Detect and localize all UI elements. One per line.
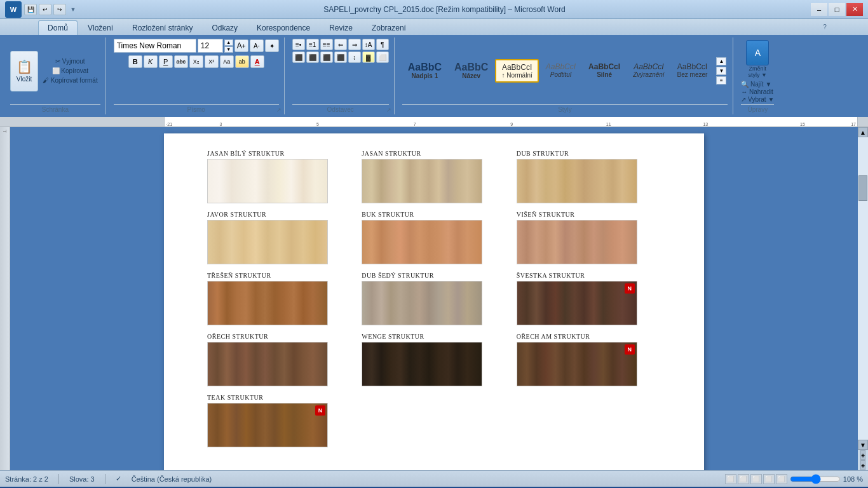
shading-btn[interactable]: ▓ [362, 51, 375, 63]
copy-button[interactable]: ⬜ Kopírovat [40, 66, 100, 76]
zmenit-styly-btn[interactable]: A Změnit styly ▼ [743, 39, 771, 79]
view-normal-btn[interactable]: ⬜ [725, 474, 736, 484]
view-draft-btn[interactable]: ⬜ [776, 474, 787, 484]
window-title: SAPELI_povrchy CPL_2015.doc [Režim kompa… [78, 5, 811, 14]
wood-label-buk: BUK STRUKTUR [362, 211, 506, 218]
wood-item-wenge: WENGE STRUKTUR [356, 329, 511, 390]
numbering-btn[interactable]: ≡1 [306, 39, 319, 50]
clipboard-small-buttons: ✂ Vyjmout ⬜ Kopírovat 🖌 Kopírovat formát [40, 57, 100, 85]
pilcrow-btn[interactable]: ¶ [376, 39, 389, 50]
scroll-page-up-btn[interactable]: ◈ [860, 450, 865, 460]
bullets-btn[interactable]: ≡• [292, 39, 305, 50]
font-size-down-btn[interactable]: ▼ [224, 46, 233, 53]
font-color-btn[interactable]: A [250, 55, 264, 68]
scrollbar-right: ▲ ▼ ◈ ◈ [858, 127, 868, 470]
line-spacing-btn[interactable]: ↕ [348, 51, 361, 63]
tab-zobrazeni[interactable]: Zobrazení [363, 20, 415, 35]
tab-vlozeni[interactable]: Vložení [79, 20, 122, 35]
wood-item-javor: JAVOR STRUKTUR [202, 207, 356, 268]
sort-btn[interactable]: ↕A [362, 39, 375, 50]
increase-indent-btn[interactable]: ⇒ [348, 39, 361, 50]
zoom-percent: 108 % [843, 475, 863, 483]
align-left-btn[interactable]: ⬛ [292, 51, 305, 63]
left-ruler: T [0, 127, 10, 470]
font-size-up-btn[interactable]: ▲ [224, 39, 233, 46]
clear-format-btn[interactable]: ✦ [265, 39, 279, 52]
undo-btn[interactable]: ↩ [39, 4, 51, 15]
format-copy-button[interactable]: 🖌 Kopírovat formát [40, 76, 100, 85]
word-count: Slova: 3 [69, 475, 95, 483]
scroll-down-arrow[interactable]: ▼ [858, 440, 868, 450]
tab-revize[interactable]: Revize [320, 20, 362, 35]
subscript-button[interactable]: X₂ [189, 55, 203, 68]
strikethrough-button[interactable]: abc [174, 55, 188, 68]
wood-item-buk: BUK STRUKTUR [356, 207, 511, 268]
scroll-thumb [858, 175, 867, 201]
align-center-btn[interactable]: ⬛ [306, 51, 319, 63]
italic-button[interactable]: K [144, 55, 158, 68]
scroll-up-arrow[interactable]: ▲ [858, 127, 868, 137]
font-group: ▲ ▼ A+ A- ✦ B K P abc X₂ X² Aa ab A Písm… [109, 37, 285, 114]
highlight-btn[interactable]: ab [235, 55, 249, 68]
tab-korespondence[interactable]: Korespondence [248, 20, 319, 35]
ruler-tick-7: 7 [366, 122, 463, 126]
view-outline-btn[interactable]: ⬜ [763, 474, 775, 484]
document-page: JASAN BÍLÝ STRUKTUR JASAN STRUKTUR DUB S… [164, 133, 704, 470]
style-normalni[interactable]: AaBbCcI ↑ Normální [495, 59, 538, 83]
maximize-button[interactable]: □ [829, 3, 845, 16]
text-effect-btn[interactable]: Aa [220, 55, 234, 68]
justify-btn[interactable]: ⬛ [334, 51, 347, 63]
wood-item-jasan: JASAN STRUKTUR [356, 146, 511, 207]
replace-btn[interactable]: ↔ Nahradit [741, 88, 774, 95]
document-area[interactable]: JASAN BÍLÝ STRUKTUR JASAN STRUKTUR DUB S… [10, 127, 858, 470]
close-button[interactable]: ✕ [846, 3, 863, 16]
redo-btn[interactable]: ↪ [53, 4, 66, 15]
tab-odkazy[interactable]: Odkazy [203, 20, 247, 35]
increase-font-btn[interactable]: A+ [234, 39, 248, 52]
styles-scroll-up-btn[interactable]: ▲ [716, 57, 726, 65]
tab-rozlozeni[interactable]: Rozložení stránky [123, 20, 201, 35]
style-podtitul[interactable]: AaBbCcI Podtitul [540, 59, 581, 83]
align-right-btn[interactable]: ⬛ [320, 51, 333, 63]
ribbon-help-btn[interactable]: ? [820, 20, 830, 33]
paragraph-expand-icon[interactable]: ↗ [386, 107, 391, 113]
border-btn[interactable]: ⬜ [376, 51, 389, 63]
customize-btn[interactable]: ▼ [68, 4, 78, 15]
view-read-btn[interactable]: ⬜ [750, 474, 762, 484]
cut-button[interactable]: ✂ Vyjmout [40, 57, 100, 66]
superscript-button[interactable]: X² [205, 55, 219, 68]
editing-label: Úpravy [741, 104, 774, 113]
wood-item-dub: DUB STRUKTUR [512, 146, 666, 207]
wood-swatch-dub-sedy [362, 281, 482, 325]
style-nazev[interactable]: AaBbC Název [449, 59, 494, 83]
style-bezmezer[interactable]: AaBbCcI Bez mezer [672, 59, 714, 83]
style-zvyrazneni[interactable]: AaBbCcI Zvýraznění [627, 59, 670, 83]
clipboard-label: Schránka [10, 104, 100, 113]
minimize-button[interactable]: – [811, 3, 827, 16]
bold-button[interactable]: B [128, 55, 142, 68]
status-bar: Stránka: 2 z 2 Slova: 3 ✓ Čeština (Česká… [0, 470, 868, 487]
font-size-input[interactable] [198, 39, 223, 53]
paste-area: 📋 Vložit [10, 51, 38, 92]
paste-icon: 📋 [17, 59, 32, 74]
font-expand-icon[interactable]: ↗ [276, 107, 281, 113]
decrease-indent-btn[interactable]: ⇐ [334, 39, 347, 50]
style-nadpis1[interactable]: AaBbC Nadpis 1 [402, 59, 447, 83]
tab-domu[interactable]: Domů [38, 20, 78, 35]
find-btn[interactable]: 🔍 Najít ▼ [741, 81, 774, 88]
scroll-page-down-btn[interactable]: ◈ [860, 460, 865, 470]
zoom-slider[interactable] [790, 475, 841, 484]
font-name-input[interactable] [114, 39, 196, 53]
scroll-track[interactable] [858, 137, 868, 440]
ruler-left-margin [0, 117, 164, 126]
multilevel-btn[interactable]: ≡≡ [320, 39, 333, 50]
style-silne[interactable]: AaBbCcI Silné [583, 59, 626, 83]
decrease-font-btn[interactable]: A- [250, 39, 264, 52]
paste-button[interactable]: 📋 Vložit [10, 51, 38, 92]
styles-scroll-down-btn[interactable]: ▼ [716, 67, 726, 75]
underline-button[interactable]: P [159, 55, 173, 68]
view-web-btn[interactable]: ⬜ [738, 474, 749, 484]
quick-save-btn[interactable]: 💾 [24, 4, 37, 15]
styles-more-btn[interactable]: ≡ [716, 76, 726, 85]
select-btn[interactable]: ↗ Vybrat ▼ [741, 96, 774, 103]
